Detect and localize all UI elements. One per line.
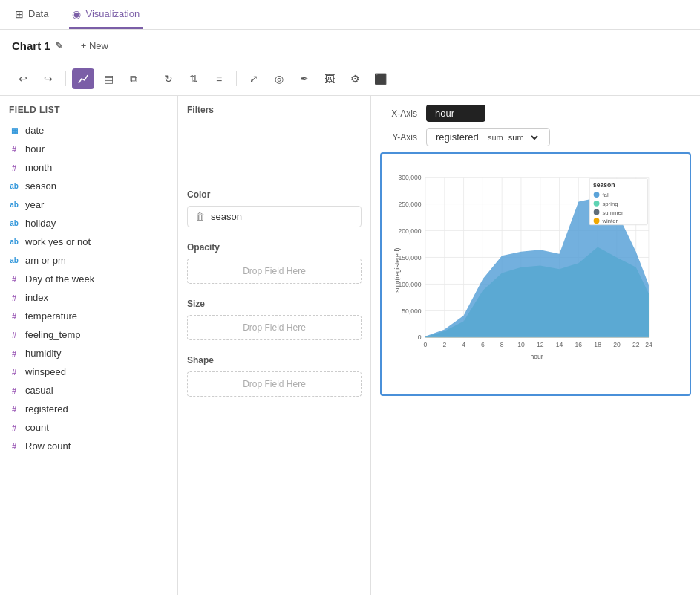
abc-icon-season: ab: [9, 182, 19, 190]
shape-drop-zone[interactable]: Drop Field Here: [187, 371, 362, 397]
field-month[interactable]: # month: [0, 158, 177, 177]
settings-button[interactable]: ⚙: [344, 68, 366, 89]
refresh-button[interactable]: ↻: [157, 68, 180, 89]
y-axis-agg-value: sum sumavgcount: [483, 132, 540, 143]
hash-icon-temp: #: [9, 312, 19, 321]
tab-data[interactable]: ⊞ Data: [12, 0, 51, 29]
data-icon: ⊞: [15, 8, 24, 20]
sub-header: Chart 1 ✎ + New: [0, 30, 700, 62]
svg-text:sum(registered): sum(registered): [393, 248, 401, 293]
color-field-value: season: [211, 211, 242, 222]
svg-text:250,000: 250,000: [399, 201, 422, 208]
x-axis-field[interactable]: hour: [426, 105, 485, 122]
shape-label: Shape: [187, 355, 362, 365]
field-row-count-label: Row count: [25, 440, 71, 452]
field-winspeed-label: winspeed: [25, 366, 66, 377]
config-panel: Filters Color 🗑 season Opacity Drop Fiel…: [178, 96, 371, 595]
field-row-count[interactable]: # Row count: [0, 437, 177, 455]
opacity-label: Opacity: [187, 242, 362, 253]
field-work-yes-or-not[interactable]: ab work yes or not: [0, 233, 177, 251]
undo-button[interactable]: ↩: [12, 68, 34, 89]
field-registered-label: registered: [25, 403, 68, 414]
svg-text:200,000: 200,000: [399, 227, 422, 235]
field-holiday[interactable]: ab holiday: [0, 214, 177, 233]
chart-type-button[interactable]: [72, 68, 94, 89]
export-button[interactable]: ⬛: [369, 68, 391, 89]
field-temperature[interactable]: # temperature: [0, 307, 177, 325]
field-registered[interactable]: # registered: [0, 400, 177, 418]
new-button[interactable]: + New: [75, 37, 114, 54]
expand-button[interactable]: ⤢: [243, 68, 265, 89]
svg-text:season: season: [593, 181, 615, 189]
field-am-or-pm[interactable]: ab am or pm: [0, 251, 177, 270]
svg-text:0: 0: [424, 341, 428, 348]
field-count-label: count: [25, 422, 49, 433]
svg-text:18: 18: [594, 341, 601, 348]
x-axis-field-value: hour: [435, 108, 454, 119]
size-section: Size Drop Field Here: [187, 299, 362, 340]
x-axis-label: X-Axis: [380, 108, 417, 119]
hash-icon-dow: #: [9, 275, 19, 284]
hash-icon-month: #: [9, 163, 19, 172]
field-dow-label: Day of the week: [25, 273, 94, 285]
field-hour-label: hour: [25, 143, 45, 155]
focus-button[interactable]: ◎: [268, 68, 290, 89]
filter-button[interactable]: ≡: [208, 68, 230, 89]
field-humidity[interactable]: # humidity: [0, 344, 177, 362]
shape-section: Shape Drop Field Here: [187, 355, 362, 397]
field-date[interactable]: ▦ date: [0, 121, 177, 140]
field-count[interactable]: # count: [0, 418, 177, 437]
field-feeling-temp[interactable]: # feeling_temp: [0, 325, 177, 344]
color-field-chip[interactable]: 🗑 season: [187, 206, 362, 227]
hash-icon-rowcount: #: [9, 442, 19, 451]
field-work-label: work yes or not: [25, 236, 91, 247]
svg-text:300,000: 300,000: [399, 174, 422, 181]
opacity-drop-zone[interactable]: Drop Field Here: [187, 259, 362, 284]
tab-visualization[interactable]: ◉ Visualization: [69, 0, 143, 29]
size-label: Size: [187, 299, 362, 309]
field-list-header: Field List: [0, 105, 177, 121]
main-layout: Field List ▦ date # hour # month ab seas…: [0, 96, 700, 595]
field-list-panel: Field List ▦ date # hour # month ab seas…: [0, 96, 178, 595]
field-year[interactable]: ab year: [0, 195, 177, 214]
field-ampm-label: am or pm: [25, 255, 66, 266]
svg-text:10: 10: [517, 341, 525, 348]
layers-button[interactable]: ⧉: [122, 68, 145, 89]
size-drop-zone[interactable]: Drop Field Here: [187, 315, 362, 340]
y-axis-agg-select[interactable]: sumavgcount: [506, 132, 540, 143]
field-casual[interactable]: # casual: [0, 381, 177, 400]
y-axis-field[interactable]: registered sum sumavgcount: [426, 128, 550, 146]
field-casual-label: casual: [25, 385, 53, 396]
remove-color-icon[interactable]: 🗑: [195, 211, 205, 222]
abc-icon-work: ab: [9, 238, 19, 246]
y-axis-field-value: registered: [436, 131, 479, 143]
svg-text:20: 20: [613, 341, 621, 348]
toolbar-divider-2: [151, 71, 151, 86]
toolbar: ↩ ↪ ▤ ⧉ ↻ ⇅ ≡ ⤢ ◎ ✒ 🖼 ⚙ ⬛: [0, 62, 700, 96]
svg-text:summer: summer: [602, 209, 624, 216]
field-season[interactable]: ab season: [0, 177, 177, 195]
field-day-of-week[interactable]: # Day of the week: [0, 270, 177, 288]
y-axis-label: Y-Axis: [380, 132, 417, 143]
svg-text:fall: fall: [602, 192, 609, 198]
y-axis-row: Y-Axis registered sum sumavgcount: [380, 128, 691, 146]
field-index[interactable]: # index: [0, 288, 177, 307]
color-label: Color: [187, 189, 362, 200]
image-button[interactable]: 🖼: [318, 68, 341, 89]
sort-button[interactable]: ⇅: [183, 68, 205, 89]
hash-icon-index: #: [9, 293, 19, 302]
field-season-label: season: [25, 181, 56, 192]
edit-chart-title-icon[interactable]: ✎: [55, 40, 63, 51]
hash-icon-ftemp: #: [9, 331, 19, 339]
field-hour[interactable]: # hour: [0, 140, 177, 158]
table-type-button[interactable]: ▤: [97, 68, 120, 89]
svg-text:hour: hour: [530, 353, 543, 360]
hash-icon-humidity: #: [9, 349, 19, 358]
top-nav: ⊞ Data ◉ Visualization: [0, 0, 700, 30]
field-index-label: index: [25, 292, 48, 303]
svg-text:100,000: 100,000: [399, 281, 422, 288]
redo-button[interactable]: ↪: [37, 68, 59, 89]
field-winspeed[interactable]: # winspeed: [0, 362, 177, 381]
pen-button[interactable]: ✒: [293, 68, 315, 89]
svg-text:12: 12: [537, 341, 544, 348]
